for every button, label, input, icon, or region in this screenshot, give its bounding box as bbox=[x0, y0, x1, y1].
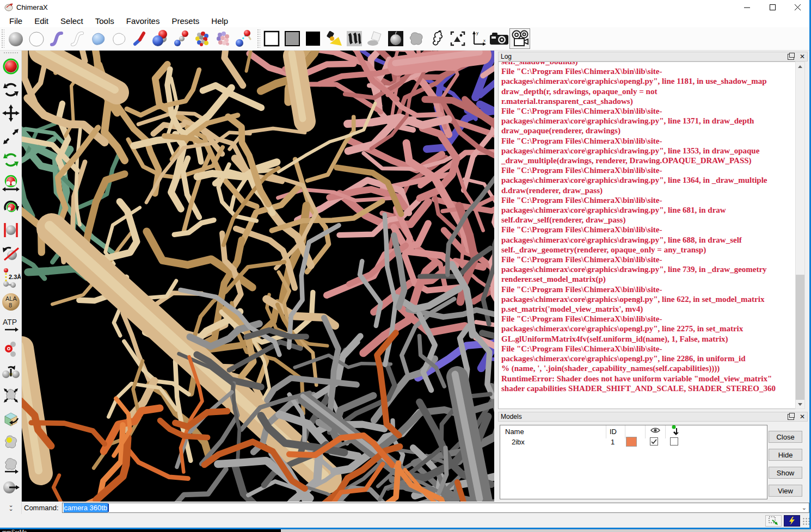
hide-surfaces-icon[interactable] bbox=[109, 28, 130, 49]
log-line: self.draw_self(renderer, draw_pass) bbox=[501, 215, 795, 225]
menu-item-file[interactable]: File bbox=[3, 15, 28, 27]
title-bar[interactable]: ChimeraX bbox=[0, 0, 811, 15]
play-map-series-icon[interactable] bbox=[1, 478, 21, 497]
rotate-mouse-icon[interactable] bbox=[1, 80, 21, 100]
orient-axes-icon[interactable]: yx bbox=[468, 28, 489, 49]
zoom-mouse-icon[interactable] bbox=[1, 127, 21, 146]
menu-item-edit[interactable]: Edit bbox=[28, 15, 54, 27]
flat-lighting-icon[interactable] bbox=[406, 28, 427, 49]
translate-mouse-icon[interactable] bbox=[1, 103, 21, 123]
white-background-icon[interactable] bbox=[261, 28, 282, 49]
selection-mode-button[interactable] bbox=[765, 515, 782, 527]
log-line: self._draw_geometry(renderer, opaque_onl… bbox=[501, 245, 795, 255]
simple-lighting-icon[interactable] bbox=[323, 28, 344, 49]
black-background-icon[interactable] bbox=[303, 28, 323, 49]
log-line: self._shadow_bounds) bbox=[501, 61, 795, 66]
distance-mouse-icon[interactable]: 2.3Å bbox=[1, 267, 21, 289]
atp-next-icon[interactable]: ATP bbox=[1, 316, 21, 335]
column-header-id[interactable]: ID bbox=[610, 428, 617, 436]
sidebar-drag-handle[interactable] bbox=[3, 52, 19, 54]
silhouettes-icon[interactable] bbox=[427, 28, 447, 49]
save-image-icon[interactable] bbox=[489, 28, 509, 49]
close-button[interactable]: Close bbox=[769, 431, 802, 443]
view-button[interactable]: View bbox=[769, 485, 802, 497]
float-panel-icon[interactable] bbox=[788, 54, 794, 60]
close-log-panel-icon[interactable]: ✕ bbox=[800, 54, 805, 59]
close-window-button[interactable] bbox=[785, 0, 810, 15]
log-line: p.set_matrix('model_view_matrix', mv4) bbox=[501, 304, 795, 314]
menu-item-presets[interactable]: Presets bbox=[165, 15, 205, 27]
color-bychain-icon[interactable] bbox=[212, 28, 233, 49]
clip-mouse-icon[interactable] bbox=[1, 220, 21, 240]
bond-rotation-icon[interactable] bbox=[1, 362, 21, 382]
minimize-button[interactable] bbox=[734, 0, 759, 15]
eye-icon bbox=[650, 426, 661, 434]
model-selected-checkbox[interactable] bbox=[670, 437, 678, 446]
toolbar-drag-handle[interactable] bbox=[1, 29, 4, 48]
float-panel-icon[interactable] bbox=[788, 414, 794, 420]
log-panel-title: Log bbox=[501, 53, 512, 60]
log-line: packages\chimerax\core\graphics\drawing.… bbox=[501, 175, 795, 185]
log-line: packages\chimerax\core\graphics\opengl.p… bbox=[501, 354, 795, 363]
move-marker-icon[interactable] bbox=[1, 456, 21, 475]
gray-background-icon[interactable] bbox=[282, 28, 303, 49]
label-mouse-icon[interactable]: ALA8 bbox=[1, 291, 21, 313]
hide-cartoons-icon[interactable] bbox=[67, 28, 88, 49]
move-molecule-icon[interactable] bbox=[1, 197, 21, 216]
model-shown-checkbox[interactable] bbox=[650, 437, 658, 446]
column-header-name[interactable]: Name bbox=[505, 428, 524, 436]
command-bar: Command: camera 360tb ⌄ bbox=[22, 502, 809, 514]
hide-atoms-icon[interactable] bbox=[26, 28, 47, 49]
translate-selected-icon[interactable] bbox=[1, 174, 21, 193]
log-scrollbar-thumb[interactable] bbox=[796, 275, 804, 400]
scroll-down-icon[interactable] bbox=[796, 400, 804, 409]
model-id: 1 bbox=[611, 438, 615, 446]
menu-item-favorites[interactable]: Favorites bbox=[120, 15, 166, 27]
color-heteroatom-icon[interactable] bbox=[192, 28, 212, 49]
menu-item-help[interactable]: Help bbox=[205, 15, 234, 27]
soft-lighting-icon[interactable] bbox=[344, 28, 365, 49]
show-hbonds-icon[interactable] bbox=[233, 28, 254, 49]
rotate-selected-icon[interactable] bbox=[1, 150, 21, 170]
command-input[interactable]: camera 360tb ⌄ bbox=[62, 503, 809, 513]
log-content[interactable]: self._shadow_bounds)File "C:\Program Fil… bbox=[498, 61, 795, 409]
recenter-icon[interactable] bbox=[1, 339, 21, 358]
model-color-swatch[interactable] bbox=[626, 437, 637, 447]
clip-rotate-icon[interactable] bbox=[1, 244, 21, 263]
record-movie-icon[interactable] bbox=[509, 28, 530, 49]
resize-grip[interactable] bbox=[802, 517, 810, 525]
label-8: 8 bbox=[9, 302, 12, 308]
command-history-chevron-icon[interactable]: ⌄ bbox=[802, 504, 807, 511]
place-marker-icon[interactable] bbox=[1, 432, 21, 452]
stick-segment bbox=[174, 220, 214, 235]
move-map-icon[interactable] bbox=[1, 386, 21, 405]
distance-label: 2.3Å bbox=[9, 274, 21, 280]
maximize-button[interactable] bbox=[760, 0, 785, 15]
scroll-up-icon[interactable] bbox=[796, 62, 804, 71]
more-modes-chevron[interactable]: ⌄⌄ bbox=[5, 503, 16, 513]
command-selected-text: camera 360tb bbox=[64, 503, 108, 512]
model-name[interactable]: 2ibx bbox=[512, 438, 525, 446]
hide-button[interactable]: Hide bbox=[769, 449, 802, 461]
menu-item-tools[interactable]: Tools bbox=[89, 15, 120, 27]
toolbar-drag-handle[interactable] bbox=[257, 29, 260, 48]
stick-style-icon[interactable] bbox=[130, 28, 150, 49]
ball-and-stick-style-icon[interactable] bbox=[171, 28, 192, 49]
select-mouse-icon[interactable] bbox=[1, 57, 21, 76]
show-atoms-icon[interactable] bbox=[5, 28, 26, 49]
quick-command-button[interactable] bbox=[784, 515, 800, 527]
molecule-viewport[interactable] bbox=[22, 51, 494, 502]
single-shadow-icon[interactable] bbox=[365, 28, 385, 49]
log-panel-header[interactable]: Log ✕ bbox=[498, 52, 808, 61]
show-surfaces-icon[interactable] bbox=[88, 28, 109, 49]
full-lighting-icon[interactable] bbox=[385, 28, 406, 49]
view-all-icon[interactable] bbox=[447, 28, 468, 49]
menu-item-select[interactable]: Select bbox=[54, 15, 89, 27]
log-line: File "C:\Program Files\ChimeraX\bin\lib\… bbox=[501, 165, 795, 175]
show-cartoons-icon[interactable] bbox=[47, 28, 67, 49]
close-models-panel-icon[interactable]: ✕ bbox=[800, 414, 805, 419]
models-panel-header[interactable]: Models ✕ bbox=[498, 412, 808, 422]
show-button[interactable]: Show bbox=[769, 467, 802, 479]
crop-volume-icon[interactable] bbox=[1, 409, 21, 429]
sphere-style-icon[interactable] bbox=[150, 28, 171, 49]
